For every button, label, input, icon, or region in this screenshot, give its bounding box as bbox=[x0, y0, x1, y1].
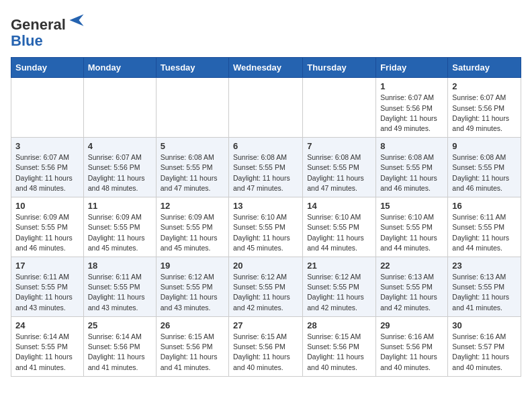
calendar-cell: 11Sunrise: 6:09 AM Sunset: 5:55 PM Dayli… bbox=[83, 197, 156, 257]
day-number: 26 bbox=[161, 320, 224, 330]
cell-sun-info: Sunrise: 6:14 AM Sunset: 5:56 PM Dayligh… bbox=[88, 332, 152, 373]
calendar-cell bbox=[83, 78, 156, 138]
calendar-cell: 24Sunrise: 6:14 AM Sunset: 5:55 PM Dayli… bbox=[11, 316, 84, 376]
day-number: 8 bbox=[380, 141, 443, 151]
day-number: 1 bbox=[380, 81, 443, 91]
day-number: 11 bbox=[88, 201, 152, 211]
calendar-cell: 22Sunrise: 6:13 AM Sunset: 5:55 PM Dayli… bbox=[376, 257, 448, 317]
calendar-cell: 20Sunrise: 6:12 AM Sunset: 5:55 PM Dayli… bbox=[229, 257, 303, 317]
cell-sun-info: Sunrise: 6:07 AM Sunset: 5:56 PM Dayligh… bbox=[452, 93, 517, 134]
calendar-cell bbox=[229, 78, 303, 138]
day-number: 20 bbox=[233, 261, 298, 271]
cell-sun-info: Sunrise: 6:08 AM Sunset: 5:55 PM Dayligh… bbox=[307, 152, 371, 193]
calendar-cell: 25Sunrise: 6:14 AM Sunset: 5:56 PM Dayli… bbox=[83, 316, 156, 376]
calendar-week-row: 10Sunrise: 6:09 AM Sunset: 5:55 PM Dayli… bbox=[11, 197, 521, 257]
logo-blue: Blue bbox=[11, 32, 43, 49]
cell-sun-info: Sunrise: 6:15 AM Sunset: 5:56 PM Dayligh… bbox=[161, 332, 224, 373]
calendar-cell: 8Sunrise: 6:08 AM Sunset: 5:55 PM Daylig… bbox=[376, 138, 448, 197]
cell-sun-info: Sunrise: 6:08 AM Sunset: 5:55 PM Dayligh… bbox=[452, 152, 517, 193]
weekday-header-monday: Monday bbox=[83, 58, 156, 78]
day-number: 5 bbox=[161, 141, 224, 151]
calendar-cell: 15Sunrise: 6:10 AM Sunset: 5:55 PM Dayli… bbox=[376, 197, 448, 257]
calendar-cell: 28Sunrise: 6:15 AM Sunset: 5:56 PM Dayli… bbox=[303, 316, 376, 376]
day-number: 17 bbox=[15, 261, 79, 271]
day-number: 3 bbox=[15, 141, 79, 151]
cell-sun-info: Sunrise: 6:10 AM Sunset: 5:55 PM Dayligh… bbox=[307, 212, 371, 253]
calendar-cell: 26Sunrise: 6:15 AM Sunset: 5:56 PM Dayli… bbox=[156, 316, 228, 376]
day-number: 15 bbox=[380, 201, 443, 211]
day-number: 23 bbox=[452, 261, 517, 271]
logo: General Blue bbox=[11, 11, 86, 49]
calendar-cell: 9Sunrise: 6:08 AM Sunset: 5:55 PM Daylig… bbox=[448, 138, 521, 197]
day-number: 24 bbox=[15, 320, 79, 330]
logo-general: General bbox=[11, 16, 66, 33]
weekday-header-sunday: Sunday bbox=[11, 58, 84, 78]
cell-sun-info: Sunrise: 6:10 AM Sunset: 5:55 PM Dayligh… bbox=[380, 212, 443, 253]
weekday-header-thursday: Thursday bbox=[303, 58, 376, 78]
weekday-header-saturday: Saturday bbox=[448, 58, 521, 78]
calendar-week-row: 3Sunrise: 6:07 AM Sunset: 5:56 PM Daylig… bbox=[11, 138, 521, 197]
calendar-cell: 3Sunrise: 6:07 AM Sunset: 5:56 PM Daylig… bbox=[11, 138, 84, 197]
calendar-cell: 6Sunrise: 6:08 AM Sunset: 5:55 PM Daylig… bbox=[229, 138, 303, 197]
cell-sun-info: Sunrise: 6:16 AM Sunset: 5:57 PM Dayligh… bbox=[452, 332, 517, 373]
calendar-week-row: 17Sunrise: 6:11 AM Sunset: 5:55 PM Dayli… bbox=[11, 257, 521, 317]
calendar-cell: 10Sunrise: 6:09 AM Sunset: 5:55 PM Dayli… bbox=[11, 197, 84, 257]
cell-sun-info: Sunrise: 6:07 AM Sunset: 5:56 PM Dayligh… bbox=[380, 93, 443, 134]
cell-sun-info: Sunrise: 6:09 AM Sunset: 5:55 PM Dayligh… bbox=[161, 212, 224, 253]
calendar-cell: 19Sunrise: 6:12 AM Sunset: 5:55 PM Dayli… bbox=[156, 257, 228, 317]
cell-sun-info: Sunrise: 6:07 AM Sunset: 5:56 PM Dayligh… bbox=[88, 152, 152, 193]
logo-bird-icon bbox=[67, 11, 86, 30]
calendar-cell: 12Sunrise: 6:09 AM Sunset: 5:55 PM Dayli… bbox=[156, 197, 228, 257]
calendar-cell bbox=[303, 78, 376, 138]
weekday-header-tuesday: Tuesday bbox=[156, 58, 228, 78]
calendar-week-row: 1Sunrise: 6:07 AM Sunset: 5:56 PM Daylig… bbox=[11, 78, 521, 138]
calendar-cell: 2Sunrise: 6:07 AM Sunset: 5:56 PM Daylig… bbox=[448, 78, 521, 138]
calendar-cell: 5Sunrise: 6:08 AM Sunset: 5:55 PM Daylig… bbox=[156, 138, 228, 197]
calendar-cell: 30Sunrise: 6:16 AM Sunset: 5:57 PM Dayli… bbox=[448, 316, 521, 376]
day-number: 9 bbox=[452, 141, 517, 151]
cell-sun-info: Sunrise: 6:14 AM Sunset: 5:55 PM Dayligh… bbox=[15, 332, 79, 373]
day-number: 12 bbox=[161, 201, 224, 211]
day-number: 14 bbox=[307, 201, 371, 211]
day-number: 19 bbox=[161, 261, 224, 271]
cell-sun-info: Sunrise: 6:11 AM Sunset: 5:55 PM Dayligh… bbox=[88, 272, 152, 313]
calendar-cell: 1Sunrise: 6:07 AM Sunset: 5:56 PM Daylig… bbox=[376, 78, 448, 138]
day-number: 21 bbox=[307, 261, 371, 271]
cell-sun-info: Sunrise: 6:08 AM Sunset: 5:55 PM Dayligh… bbox=[380, 152, 443, 193]
cell-sun-info: Sunrise: 6:15 AM Sunset: 5:56 PM Dayligh… bbox=[233, 332, 298, 373]
weekday-header-wednesday: Wednesday bbox=[229, 58, 303, 78]
calendar-cell: 18Sunrise: 6:11 AM Sunset: 5:55 PM Dayli… bbox=[83, 257, 156, 317]
calendar-week-row: 24Sunrise: 6:14 AM Sunset: 5:55 PM Dayli… bbox=[11, 316, 521, 376]
cell-sun-info: Sunrise: 6:13 AM Sunset: 5:55 PM Dayligh… bbox=[380, 272, 443, 313]
day-number: 16 bbox=[452, 201, 517, 211]
cell-sun-info: Sunrise: 6:12 AM Sunset: 5:55 PM Dayligh… bbox=[233, 272, 298, 313]
calendar-cell: 4Sunrise: 6:07 AM Sunset: 5:56 PM Daylig… bbox=[83, 138, 156, 197]
day-number: 7 bbox=[307, 141, 371, 151]
day-number: 13 bbox=[233, 201, 298, 211]
weekday-header-row: SundayMondayTuesdayWednesdayThursdayFrid… bbox=[11, 58, 521, 78]
day-number: 18 bbox=[88, 261, 152, 271]
calendar-cell: 21Sunrise: 6:12 AM Sunset: 5:55 PM Dayli… bbox=[303, 257, 376, 317]
weekday-header-friday: Friday bbox=[376, 58, 448, 78]
cell-sun-info: Sunrise: 6:12 AM Sunset: 5:55 PM Dayligh… bbox=[161, 272, 224, 313]
cell-sun-info: Sunrise: 6:09 AM Sunset: 5:55 PM Dayligh… bbox=[88, 212, 152, 253]
cell-sun-info: Sunrise: 6:08 AM Sunset: 5:55 PM Dayligh… bbox=[233, 152, 298, 193]
calendar-cell: 29Sunrise: 6:16 AM Sunset: 5:56 PM Dayli… bbox=[376, 316, 448, 376]
calendar-cell bbox=[156, 78, 228, 138]
cell-sun-info: Sunrise: 6:08 AM Sunset: 5:55 PM Dayligh… bbox=[161, 152, 224, 193]
day-number: 29 bbox=[380, 320, 443, 330]
day-number: 25 bbox=[88, 320, 152, 330]
calendar-cell: 27Sunrise: 6:15 AM Sunset: 5:56 PM Dayli… bbox=[229, 316, 303, 376]
day-number: 4 bbox=[88, 141, 152, 151]
calendar-cell: 13Sunrise: 6:10 AM Sunset: 5:55 PM Dayli… bbox=[229, 197, 303, 257]
calendar-cell: 7Sunrise: 6:08 AM Sunset: 5:55 PM Daylig… bbox=[303, 138, 376, 197]
cell-sun-info: Sunrise: 6:10 AM Sunset: 5:55 PM Dayligh… bbox=[233, 212, 298, 253]
cell-sun-info: Sunrise: 6:15 AM Sunset: 5:56 PM Dayligh… bbox=[307, 332, 371, 373]
calendar-cell bbox=[11, 78, 84, 138]
cell-sun-info: Sunrise: 6:09 AM Sunset: 5:55 PM Dayligh… bbox=[15, 212, 79, 253]
day-number: 2 bbox=[452, 81, 517, 91]
svg-marker-0 bbox=[69, 14, 83, 26]
day-number: 27 bbox=[233, 320, 298, 330]
day-number: 28 bbox=[307, 320, 371, 330]
day-number: 10 bbox=[15, 201, 79, 211]
